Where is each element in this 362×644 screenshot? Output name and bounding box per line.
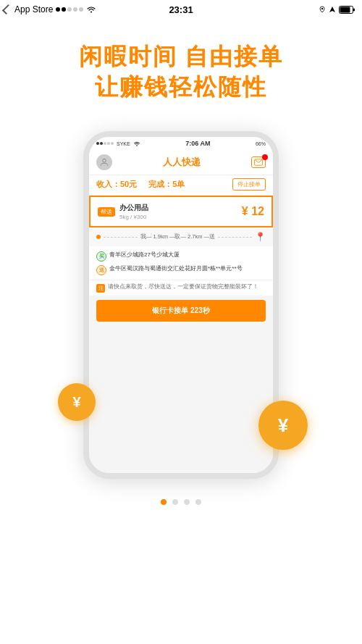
phone-header: 人人快递	[89, 150, 273, 175]
order-price: ¥ 12	[242, 205, 264, 218]
coin-left-button[interactable]: ¥	[58, 383, 96, 421]
svg-point-0	[90, 12, 92, 13]
phone-frame: SYKE 7:06 AM 66%	[83, 131, 279, 479]
stop-receiving-button[interactable]: 停止接单	[232, 178, 266, 191]
page-dot-3[interactable]	[184, 499, 190, 505]
phone-battery: 66%	[256, 141, 266, 146]
route-distance-label: 我— 1.9km —取— 2.7km —送	[140, 233, 215, 241]
note-tag: 注	[96, 284, 105, 293]
page-dot-2[interactable]	[172, 499, 178, 505]
order-title: 办公用品	[119, 203, 242, 213]
signal-indicator	[56, 7, 83, 12]
route-line-2	[218, 237, 252, 238]
dot2	[62, 7, 66, 12]
svg-point-1	[321, 8, 323, 9]
page-dot-1[interactable]	[161, 499, 167, 505]
svg-marker-2	[329, 7, 335, 12]
phone-status-left: SYKE	[96, 141, 140, 146]
route-line-1	[104, 237, 138, 238]
phone-wifi-icon	[133, 141, 140, 146]
dot3	[67, 7, 72, 12]
dot4	[73, 7, 77, 12]
complete-stat: 完成：5单	[148, 179, 185, 190]
hero-section: 闲暇时间 自由接单 让赚钱轻松随性	[64, 19, 298, 117]
app-store-label: App Store	[14, 4, 53, 14]
status-time: 23:31	[169, 4, 193, 15]
svg-point-7	[103, 159, 106, 163]
status-left: App Store	[4, 4, 96, 14]
svg-rect-5	[340, 7, 350, 12]
pickup-address-text: 青羊区少城路27号少城大厦	[109, 251, 180, 259]
phone-time: 7:06 AM	[185, 140, 210, 147]
deliver-address-text: 金牛区蜀汉路与蜀通街交汇处花好月圆*栋**单元**号	[109, 264, 243, 272]
svg-rect-4	[353, 8, 355, 11]
phone-signal	[96, 142, 114, 145]
phone-note: 注 请快点来取货，尽快送达，一定要保证货物完整能装坏了！	[89, 280, 273, 296]
svg-point-6	[136, 145, 138, 146]
pickup-address-item: 买 青羊区少城路27号少城大厦	[96, 251, 266, 262]
income-stat: 收入：50元	[96, 179, 137, 190]
phone-avatar-icon	[96, 154, 112, 170]
route-start-dot	[96, 235, 101, 239]
phone-message-icon	[251, 156, 266, 168]
wifi-icon	[86, 6, 96, 13]
deliver-tag: 送	[96, 265, 106, 275]
location-icon	[319, 6, 326, 13]
battery-icon	[339, 6, 355, 14]
phone-app-title: 人人快递	[163, 156, 201, 169]
note-text: 请快点来取货，尽快送达，一定要保证货物完整能装坏了！	[108, 283, 258, 291]
order-type-tag: 帮送	[98, 207, 115, 217]
phone-status-bar: SYKE 7:06 AM 66%	[89, 137, 273, 150]
page-indicator	[161, 499, 201, 505]
page-dot-4[interactable]	[195, 499, 201, 505]
pickup-tag: 买	[96, 251, 106, 262]
phone-route-bar: 我— 1.9km —取— 2.7km —送 📍	[89, 227, 273, 246]
phone-inner: SYKE 7:06 AM 66%	[89, 137, 273, 473]
navigation-icon	[329, 6, 336, 13]
back-icon[interactable]	[2, 4, 12, 14]
status-right	[319, 6, 355, 14]
order-meta: 5kg / ¥300	[119, 214, 242, 220]
deliver-address-item: 送 金牛区蜀汉路与蜀通街交汇处花好月圆*栋**单元**号	[96, 264, 266, 275]
status-bar: App Store 23:31	[0, 0, 362, 19]
phone-order-card: 帮送 办公用品 5kg / ¥300 ¥ 12	[89, 196, 273, 227]
phone-stats-row: 收入：50元 完成：5单 停止接单	[89, 175, 273, 196]
dot5	[79, 7, 83, 12]
phone-addresses: 买 青羊区少城路27号少城大厦 送 金牛区蜀汉路与蜀通街交汇处花好月圆*栋**单…	[89, 246, 273, 280]
phone-carrier: SYKE	[117, 141, 130, 146]
message-badge	[262, 154, 268, 160]
phone-mockup: SYKE 7:06 AM 66%	[65, 131, 297, 479]
hero-line1: 闲暇时间 自由接单	[79, 42, 284, 72]
main-content: 闲暇时间 自由接单 让赚钱轻松随性 SYKE	[0, 19, 362, 505]
hero-line2: 让赚钱轻松随性	[79, 72, 284, 103]
coin-right-button[interactable]: ¥	[258, 401, 308, 450]
route-destination-pin: 📍	[255, 232, 266, 242]
dot1	[56, 7, 60, 12]
accept-order-button[interactable]: 银行卡接单 223秒	[96, 300, 266, 322]
